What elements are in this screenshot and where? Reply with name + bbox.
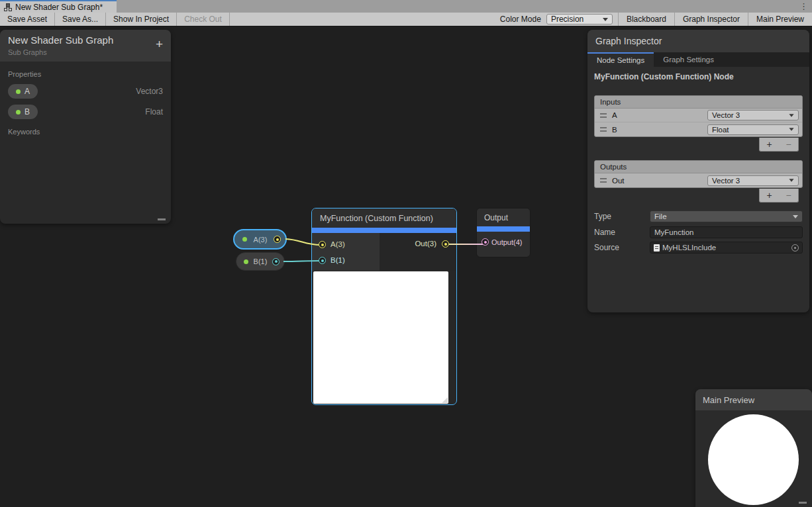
function-name-input[interactable]: [650, 226, 803, 238]
name-label: Name: [594, 228, 650, 237]
object-picker-icon[interactable]: [791, 244, 799, 252]
node-precision-accent-bar: [477, 226, 530, 232]
inputs-row-a[interactable]: A Vector 3: [595, 109, 802, 122]
blackboard-subtitle: Sub Graphs: [8, 48, 163, 56]
property-node-b-output-port[interactable]: [272, 258, 279, 265]
blackboard-resize-handle[interactable]: [158, 218, 166, 220]
output-node-port-label: Output(4): [491, 238, 522, 246]
input-port-b[interactable]: [319, 257, 326, 264]
blackboard-toggle-button[interactable]: Blackboard: [618, 13, 674, 26]
tab-graph-settings[interactable]: Graph Settings: [654, 52, 723, 67]
toolbar: Save Asset Save As... Show In Project Ch…: [0, 13, 812, 26]
drag-handle-icon[interactable]: [600, 178, 607, 183]
output-node-input-port[interactable]: [482, 238, 489, 246]
property-node-a-output-port[interactable]: [274, 236, 281, 243]
type-field-row: Type File: [594, 210, 803, 222]
custom-function-node[interactable]: MyFunction (Custom Function) A(3) B(1) O…: [311, 208, 457, 405]
exposed-property-dot-icon: [16, 89, 21, 94]
input-a-type-value: Vector 3: [712, 111, 740, 119]
outputs-row-out[interactable]: Out Vector 3: [595, 173, 802, 187]
source-value: MyHLSLInclude: [662, 244, 716, 252]
chevron-down-icon: [793, 215, 798, 218]
output-node-ports: Output(4): [477, 232, 530, 257]
check-out-button: Check Out: [177, 13, 230, 26]
input-port-a-label: A(3): [330, 240, 345, 248]
inputs-list: Inputs A Vector 3 B Float: [594, 95, 803, 137]
add-property-button[interactable]: +: [156, 38, 163, 50]
kebab-menu-icon[interactable]: ⋮: [799, 1, 808, 12]
blackboard-property-a[interactable]: A Vector3: [8, 84, 163, 99]
output-out-type-dropdown[interactable]: Vector 3: [707, 175, 799, 186]
output-port-out-label: Out(3): [415, 240, 436, 248]
property-a-name: A: [25, 87, 30, 96]
input-port-b-label: B(1): [330, 256, 345, 264]
custom-function-node-ports: A(3) B(1) Out(3): [312, 233, 456, 271]
file-icon: [654, 244, 660, 252]
property-b-name: B: [25, 107, 30, 116]
property-pill-b[interactable]: B: [8, 105, 38, 119]
property-node-a-label: A(3): [251, 236, 270, 244]
outputs-list-buttons: + −: [759, 189, 799, 203]
tab-new-shader-sub-graph[interactable]: New Shader Sub Graph*: [0, 0, 117, 13]
property-node-b[interactable]: B(1): [236, 252, 285, 271]
graph-inspector-title[interactable]: Graph Inspector: [587, 30, 809, 52]
chevron-down-icon: [789, 114, 793, 117]
input-b-name: B: [612, 126, 617, 134]
name-field-row: Name: [594, 226, 803, 238]
main-preview-title[interactable]: Main Preview: [695, 389, 812, 410]
window-tab-bar: New Shader Sub Graph* ⋮: [0, 0, 812, 13]
save-asset-button[interactable]: Save Asset: [0, 13, 55, 26]
chevron-down-icon: [603, 18, 608, 21]
output-ports-column: [380, 233, 456, 271]
main-preview-toggle-button[interactable]: Main Preview: [748, 13, 812, 26]
shadergraph-icon: [4, 3, 12, 11]
input-a-type-dropdown[interactable]: Vector 3: [707, 110, 799, 120]
save-as-button[interactable]: Save As...: [55, 13, 106, 26]
custom-function-node-title[interactable]: MyFunction (Custom Function): [312, 208, 456, 228]
output-node-title[interactable]: Output: [477, 208, 530, 226]
exposed-property-dot-icon: [242, 237, 247, 242]
tab-node-settings[interactable]: Node Settings: [587, 52, 654, 67]
blackboard-header[interactable]: New Shader Sub Graph Sub Graphs +: [0, 30, 171, 62]
add-input-button[interactable]: +: [760, 138, 779, 151]
add-output-button[interactable]: +: [760, 189, 779, 202]
property-pill-a[interactable]: A: [8, 84, 38, 99]
node-preview-resize-handle[interactable]: [442, 397, 448, 403]
source-field-row: Source MyHLSLInclude: [594, 242, 803, 254]
show-in-project-button[interactable]: Show In Project: [106, 13, 177, 26]
type-dropdown[interactable]: File: [650, 210, 803, 222]
input-ports-column: [312, 233, 380, 271]
input-b-type-dropdown[interactable]: Float: [707, 124, 799, 135]
node-settings-heading: MyFunction (Custom Function) Node: [594, 72, 734, 81]
graph-inspector-toggle-button[interactable]: Graph Inspector: [674, 13, 748, 26]
drag-handle-icon[interactable]: [600, 127, 607, 132]
inputs-row-b[interactable]: B Float: [595, 122, 802, 136]
remove-input-button[interactable]: −: [779, 138, 798, 151]
input-port-a[interactable]: [319, 241, 326, 248]
output-out-name: Out: [612, 177, 625, 185]
inputs-list-header: Inputs: [595, 96, 802, 109]
type-label: Type: [594, 212, 650, 221]
graph-inspector-tabs: Node Settings Graph Settings: [587, 52, 809, 67]
property-node-a[interactable]: A(3): [233, 229, 287, 250]
blackboard-property-b[interactable]: B Float: [8, 105, 163, 119]
remove-output-button[interactable]: −: [779, 189, 798, 202]
input-a-name: A: [612, 111, 617, 119]
color-mode-selected-value: Precision: [551, 15, 584, 24]
blackboard-panel: New Shader Sub Graph Sub Graphs + Proper…: [0, 30, 171, 224]
output-port-out[interactable]: [442, 240, 449, 248]
exposed-property-dot-icon: [16, 110, 21, 115]
properties-section-label: Properties: [8, 70, 163, 78]
outputs-list-header: Outputs: [595, 161, 802, 173]
chevron-down-icon: [789, 128, 793, 131]
type-value: File: [654, 212, 667, 220]
color-mode-dropdown[interactable]: Precision: [546, 14, 613, 24]
node-preview: [313, 271, 448, 404]
blackboard-title: New Shader Sub Graph: [8, 34, 163, 46]
keywords-section-label: Keywords: [8, 128, 163, 136]
main-preview-resize-handle[interactable]: [799, 502, 807, 504]
drag-handle-icon[interactable]: [600, 113, 607, 118]
output-node[interactable]: Output Output(4): [476, 208, 531, 257]
graph-inspector-panel: Graph Inspector Node Settings Graph Sett…: [587, 30, 809, 312]
source-object-field[interactable]: MyHLSLInclude: [650, 242, 803, 254]
